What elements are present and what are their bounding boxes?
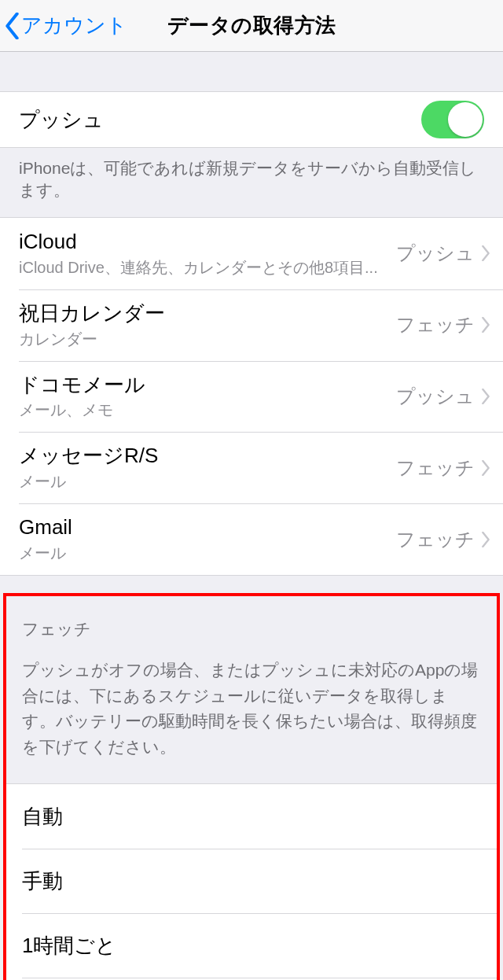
account-row[interactable]: ドコモメール メール、メモ プッシュ xyxy=(0,361,503,433)
account-title: 祝日カレンダー xyxy=(19,300,396,327)
chevron-right-icon xyxy=(481,389,490,404)
chevron-right-icon xyxy=(481,460,490,476)
account-subtitle: メール xyxy=(19,543,396,564)
fetch-option-label: 1時間ごと xyxy=(22,932,116,960)
account-subtitle: メール、メモ xyxy=(19,400,396,421)
account-subtitle: カレンダー xyxy=(19,329,396,350)
chevron-right-icon xyxy=(481,245,490,261)
account-title: iCloud xyxy=(19,229,396,256)
account-row[interactable]: 祝日カレンダー カレンダー フェッチ xyxy=(0,289,503,361)
account-title: ドコモメール xyxy=(19,372,396,399)
push-switch[interactable] xyxy=(421,101,484,138)
account-mode: フェッチ xyxy=(396,527,475,552)
account-row[interactable]: iCloud iCloud Drive、連絡先、カレンダーとその他8項目... … xyxy=(0,218,503,289)
fetch-option-label: 手動 xyxy=(22,868,63,895)
chevron-right-icon xyxy=(481,317,490,333)
fetch-option[interactable]: 自動 xyxy=(6,784,497,849)
fetch-section-header: フェッチ xyxy=(6,596,497,643)
page-title: データの取得方法 xyxy=(167,12,336,39)
account-mode: プッシュ xyxy=(396,241,475,266)
fetch-option-list: 自動 手動 1時間ごと 30分ごと 15分ごと xyxy=(6,783,497,980)
account-title: Gmail xyxy=(19,514,396,541)
switch-knob xyxy=(448,102,483,137)
account-subtitle: メール xyxy=(19,471,396,492)
push-row: プッシュ xyxy=(0,91,503,148)
chevron-right-icon xyxy=(481,532,490,547)
back-button[interactable]: アカウント xyxy=(5,0,127,51)
account-title: メッセージR/S xyxy=(19,443,396,470)
fetch-highlight-frame: フェッチ プッシュがオフの場合、またはプッシュに未対応のAppの場合には、下にあ… xyxy=(3,593,500,980)
fetch-option[interactable]: 1時間ごと xyxy=(6,913,497,978)
push-label: プッシュ xyxy=(19,106,104,134)
account-subtitle: iCloud Drive、連絡先、カレンダーとその他8項目... xyxy=(19,257,396,278)
fetch-section-description: プッシュがオフの場合、またはプッシュに未対応のAppの場合には、下にあるスケジュ… xyxy=(6,643,497,783)
push-footer: iPhoneは、可能であれば新規データをサーバから自動受信します。 xyxy=(0,148,503,217)
account-mode: フェッチ xyxy=(396,455,475,481)
account-row[interactable]: メッセージR/S メール フェッチ xyxy=(0,432,503,503)
navbar: アカウント データの取得方法 xyxy=(0,0,503,52)
account-mode: プッシュ xyxy=(396,384,475,409)
fetch-option[interactable]: 手動 xyxy=(6,849,497,913)
back-label: アカウント xyxy=(21,12,127,39)
fetch-option-label: 自動 xyxy=(22,803,63,831)
account-mode: フェッチ xyxy=(396,312,475,337)
chevron-left-icon xyxy=(5,13,20,39)
spacer xyxy=(0,52,503,91)
account-row[interactable]: Gmail メール フェッチ xyxy=(0,503,503,575)
account-list: iCloud iCloud Drive、連絡先、カレンダーとその他8項目... … xyxy=(0,217,503,576)
